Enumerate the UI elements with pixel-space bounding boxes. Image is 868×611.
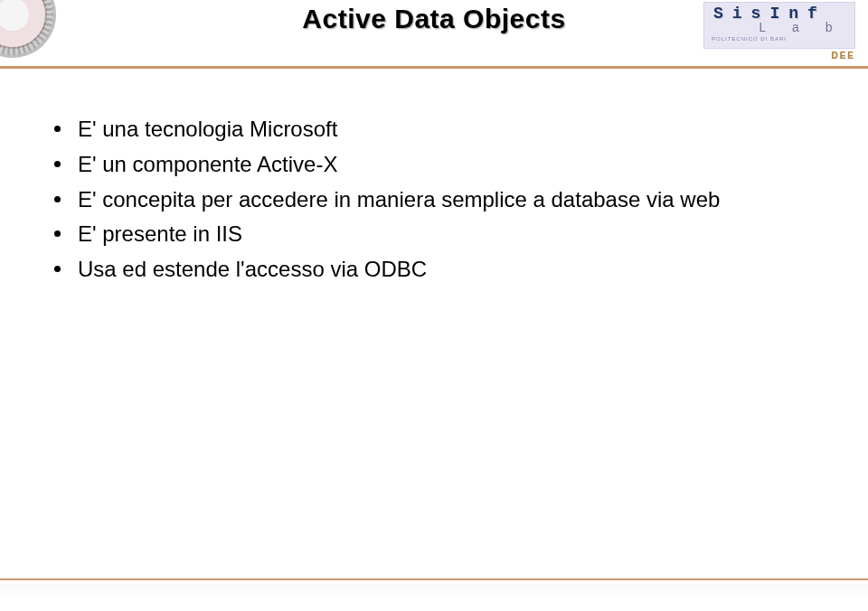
slide-title: Active Data Objects [302, 4, 565, 34]
list-item: E' una tecnologia Microsoft [54, 114, 796, 146]
logo-line1: SisInf [704, 3, 854, 23]
institution-seal-icon [0, 0, 56, 58]
bottom-divider [0, 578, 868, 580]
header: Active Data Objects SisInf L a b POLITEC… [0, 0, 868, 63]
list-item: Usa ed estende l'accesso via ODBC [54, 254, 796, 286]
logo-line2: L a b [704, 21, 854, 35]
list-item: E' concepita per accedere in maniera sem… [54, 184, 796, 216]
footer-shadow [0, 584, 868, 598]
dept-label: DEE [831, 51, 855, 61]
bullet-list: E' una tecnologia Microsoft E' un compon… [54, 114, 796, 289]
list-item: E' presente in IIS [54, 219, 796, 250]
logo-line3: POLITECNICO DI BARI [704, 35, 854, 42]
top-divider [0, 66, 868, 69]
slide: { "header": { "title": "Active Data Obje… [0, 0, 868, 611]
sisinf-lab-logo: SisInf L a b POLITECNICO DI BARI [703, 2, 855, 49]
list-item: E' un componente Active-X [54, 149, 796, 181]
